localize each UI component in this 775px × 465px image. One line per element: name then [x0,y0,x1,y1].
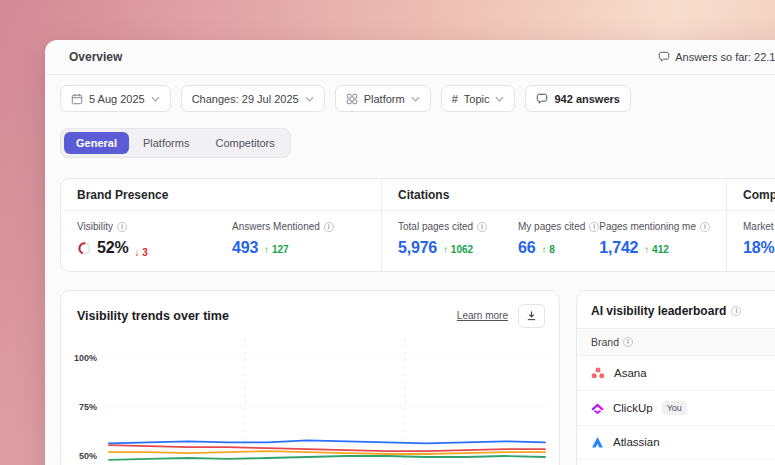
y-axis-tick: 75% [61,401,97,413]
answers-mentioned-delta: ↑ 127 [264,244,288,255]
pages-mentioning-me-value: 1,742 [599,239,638,257]
info-icon[interactable] [324,222,334,232]
app-background: Overview Answers so far: 22.1k 5 Aug 202… [0,0,775,465]
chevron-down-icon [305,96,314,102]
trend-card-header: Visibility trends over time Learn more [61,291,559,338]
changes-filter-chip[interactable]: Changes: 29 Jul 2025 [181,85,325,112]
info-icon[interactable] [117,222,127,232]
atlassian-logo-icon [591,436,604,449]
visibility-trends-card: Visibility trends over time Learn more 1… [60,290,560,465]
asana-logo-icon [591,366,605,380]
brand-presence-header: Brand Presence [61,179,381,211]
total-pages-cited-label: Total pages cited [398,221,473,232]
changes-filter-label: Changes: 29 Jul 2025 [192,93,299,105]
topic-filter-chip[interactable]: Topic [441,85,516,112]
answers-mentioned-metric: Answers Mentioned 493 ↑ 127 [232,221,334,258]
info-icon[interactable] [623,337,633,347]
answers-count-label: 942 answers [554,93,619,105]
visibility-label-row: Visibility [77,221,232,232]
dashboard-lower-row: Visibility trends over time Learn more 1… [60,290,775,465]
leaderboard-row-asana[interactable]: Asana [577,356,775,391]
platform-filter-chip[interactable]: Platform [335,85,431,112]
citations-header: Citations [381,179,726,211]
tab-general[interactable]: General [64,132,129,154]
total-pages-cited-metric: Total pages cited 5,976 ↑ 1062 [398,221,518,258]
tab-platforms[interactable]: Platforms [131,132,201,154]
my-pages-cited-delta: ↑ 8 [541,244,554,255]
visibility-value: 52% [77,239,128,257]
my-pages-cited-metric: My pages cited 66 ↑ 8 [518,221,599,258]
trend-chart: 100% 75% 50% [61,338,559,465]
clickup-logo-icon [591,401,604,414]
download-icon [526,310,537,321]
brand-name: ClickUp [613,402,653,414]
platform-filter-label: Platform [364,93,405,105]
brand-presence-metrics: Visibility 52% ↓ 3 [61,211,381,271]
answers-icon [658,51,670,63]
info-icon[interactable] [589,222,599,232]
market-share-value: 18% [743,239,774,257]
leaderboard-row-monday[interactable]: Monday.com [577,460,775,465]
trend-card-title: Visibility trends over time [77,309,229,323]
visibility-metric: Visibility 52% ↓ 3 [77,221,232,258]
date-filter-label: 5 Aug 2025 [89,93,145,105]
info-icon[interactable] [731,306,741,316]
pages-mentioning-me-metric: Pages mentioning me 1,742 ↑ 412 [599,221,710,258]
total-pages-cited-delta: ↑ 1062 [443,244,473,255]
answers-mentioned-label: Answers Mentioned [232,221,320,232]
total-pages-cited-value: 5,976 [398,239,437,257]
window-header: Overview Answers so far: 22.1k [45,40,775,75]
filter-toolbar: 5 Aug 2025 Changes: 29 Jul 2025 Platform [45,75,775,112]
chevron-down-icon [495,96,504,102]
leaderboard-title: AI visibility leaderboard [591,304,726,318]
market-share-label: Market Share [743,221,775,232]
visibility-delta: ↓ 3 [134,247,147,258]
citations-metrics: Total pages cited 5,976 ↑ 1062 My pages … [381,211,726,271]
answers-count-chip[interactable]: 942 answers [525,85,630,112]
ai-visibility-leaderboard-card: AI visibility leaderboard Brand Asana [576,290,775,465]
download-chart-button[interactable] [518,304,545,328]
answers-icon [536,93,548,105]
chevron-down-icon [151,96,160,102]
date-filter-chip[interactable]: 5 Aug 2025 [60,85,171,112]
answers-so-far-text: Answers so far: 22.1k [675,51,775,63]
page-title: Overview [69,50,122,64]
brand-column-header: Brand [577,328,775,356]
trend-lines-svg [105,338,549,465]
answers-so-far: Answers so far: 22.1k [658,51,775,63]
my-pages-cited-label: My pages cited [518,221,585,232]
visibility-label: Visibility [77,221,113,232]
calendar-icon [71,93,83,105]
pages-mentioning-me-delta: ↑ 412 [644,244,668,255]
visibility-gauge-icon [77,241,92,256]
brand-name: Atlassian [613,436,660,448]
brand-name: Asana [614,367,647,379]
topic-filter-label: Topic [464,93,490,105]
y-axis-tick: 100% [61,352,97,364]
info-icon[interactable] [477,222,487,232]
chevron-down-icon [411,96,420,102]
view-tabs: General Platforms Competitors [60,128,291,158]
overview-window: Overview Answers so far: 22.1k 5 Aug 202… [45,40,775,465]
competitors-metrics: Market Share 18% [726,211,775,271]
pages-mentioning-me-label: Pages mentioning me [599,221,696,232]
stats-panel: Brand Presence Citations Competitors Vis… [60,178,775,272]
market-share-metric: Market Share 18% [743,221,775,258]
learn-more-link[interactable]: Learn more [457,310,508,321]
y-axis-tick: 50% [61,450,97,462]
hash-icon [452,93,458,105]
competitors-header: Competitors [726,179,775,211]
leaderboard-row-atlassian[interactable]: Atlassian [577,426,775,460]
you-badge: You [662,401,687,415]
brand-column-label: Brand [591,336,619,348]
grid-icon [346,93,358,105]
tab-competitors[interactable]: Competitors [203,132,286,154]
info-icon[interactable] [700,222,710,232]
answers-mentioned-value: 493 [232,239,258,257]
my-pages-cited-value: 66 [518,239,535,257]
leaderboard-row-clickup[interactable]: ClickUp You [577,391,775,426]
